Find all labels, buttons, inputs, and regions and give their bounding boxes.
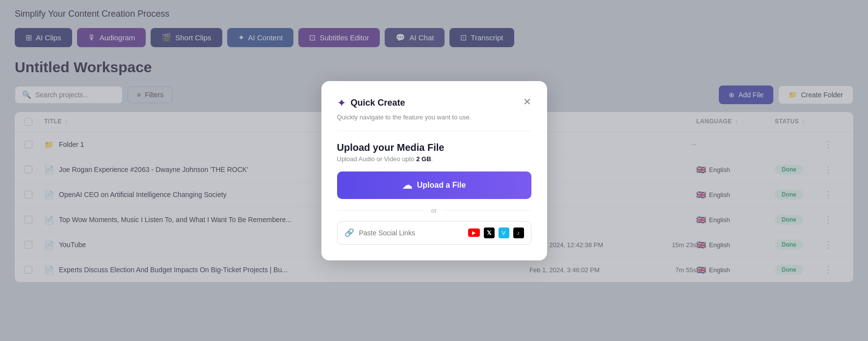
upload-subtitle-post: .	[431, 155, 433, 163]
tiktok-icon[interactable]: ♪	[513, 227, 524, 238]
modal-close-button[interactable]: ✕	[523, 97, 531, 107]
modal-subtitle: Quickly navigate to the feature you want…	[337, 114, 531, 121]
upload-file-button[interactable]: ☁ Upload a File	[337, 171, 531, 199]
x-twitter-icon[interactable]: 𝕏	[484, 227, 495, 238]
quick-create-modal: ✦ Quick Create ✕ Quickly navigate to the…	[321, 81, 547, 260]
or-line-right	[443, 210, 531, 211]
social-icons: ▶ 𝕏 V ♪	[468, 227, 524, 238]
upload-size-bold: 2 GB	[416, 155, 431, 163]
upload-section-subtitle: Upload Audio or Video upto 2 GB.	[337, 155, 531, 163]
upload-section-title: Upload your Media File	[337, 142, 531, 153]
upload-subtitle-pre: Upload Audio or Video upto	[337, 155, 417, 163]
social-links-box[interactable]: 🔗 ▶ 𝕏 V ♪	[337, 221, 531, 245]
link-icon: 🔗	[344, 228, 354, 237]
modal-header: ✦ Quick Create ✕	[337, 97, 531, 110]
youtube-icon[interactable]: ▶	[468, 228, 480, 237]
cloud-upload-icon: ☁	[402, 179, 412, 191]
or-line-left	[337, 210, 425, 211]
upload-btn-label: Upload a File	[417, 181, 466, 190]
modal-overlay[interactable]: ✦ Quick Create ✕ Quickly navigate to the…	[0, 0, 868, 341]
modal-divider	[337, 131, 531, 131]
modal-title-row: ✦ Quick Create	[337, 97, 405, 110]
vimeo-icon[interactable]: V	[499, 227, 509, 238]
or-divider: or	[337, 207, 531, 214]
or-text: or	[431, 207, 437, 214]
star-icon: ✦	[337, 97, 346, 110]
modal-title: Quick Create	[351, 98, 405, 108]
social-links-input[interactable]	[359, 229, 463, 237]
